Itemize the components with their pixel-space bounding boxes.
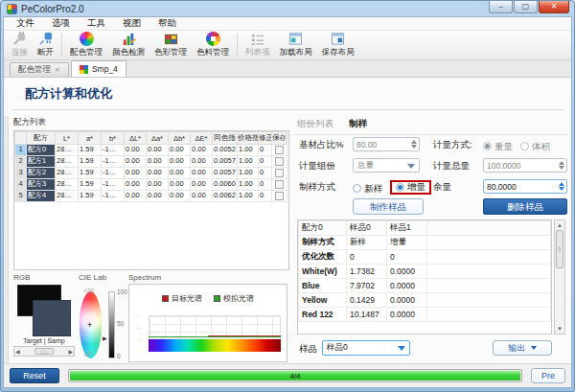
new-sample-option[interactable]: 新样 (353, 178, 382, 196)
col-header[interactable]: b* (102, 132, 125, 145)
scroll-left-icon[interactable]: ◀ (15, 349, 20, 355)
formula-name-cell[interactable]: 配方2 (27, 168, 56, 179)
menu-help[interactable]: 帮助 (150, 17, 185, 30)
col-header[interactable]: a* (79, 132, 102, 145)
tab-make-sample[interactable]: 制样 (349, 118, 367, 130)
table-row[interactable]: Yellow 0.1429 0.0000 (299, 293, 551, 308)
new-sample-radio-label: 新样 (364, 183, 382, 194)
table-row[interactable]: Blue 7.9702 0.0000 (299, 279, 551, 293)
sample-select-dropdown[interactable]: 样品0 (322, 340, 410, 356)
save-checkbox[interactable] (275, 180, 284, 189)
cell (427, 250, 551, 265)
row-number[interactable]: 1 (15, 145, 27, 156)
lightness-bar[interactable] (108, 291, 115, 358)
remainder-spinner[interactable]: 80.0000 (483, 179, 567, 194)
cell: 0.00 (125, 191, 147, 202)
table-row[interactable]: 制样方式 新样 增量 (299, 236, 551, 250)
tab-close-icon[interactable]: ✕ (55, 66, 60, 74)
col-header[interactable]: ΔL* (125, 132, 147, 145)
spectrum-chart: 目标光谱 模拟光谱 ··· ··· ··· (128, 284, 288, 362)
reset-button[interactable]: Reset (10, 368, 59, 383)
minimize-button[interactable]: – (489, 1, 513, 13)
collapsed-splitter[interactable] (4, 116, 9, 363)
base-ratio-label: 基材占比% (299, 139, 343, 151)
col-header[interactable]: 配方 (27, 132, 56, 145)
increment-radio[interactable] (396, 183, 404, 192)
delete-sample-button[interactable]: 删除样品 (483, 198, 567, 215)
vertical-scrollbar[interactable]: ▲ ≡ ▼ (554, 219, 565, 334)
tab-color-match-manage[interactable]: 配色管理 ✕ (10, 62, 69, 77)
progress-fill: 4/4 (70, 371, 520, 380)
spinner-value: 100.0000 (484, 161, 556, 171)
menu-tools[interactable]: 工具 (79, 17, 114, 30)
tab-component-list[interactable]: 组份列表 (297, 118, 334, 130)
rgb-panel: RGB Target | Samp ◀ ∣∣∣ ▶ (13, 273, 75, 361)
table-row[interactable]: 3 配方2 28… 1.59 -1… 0.00 0.00 0.00 0.00 0… (15, 168, 288, 179)
formula-name-cell[interactable]: 配方4 (27, 191, 56, 202)
load-layout-button[interactable]: 加载布局 (275, 31, 317, 59)
cell: 0 (259, 191, 272, 202)
make-sample-button[interactable]: 制作样品 (353, 198, 424, 215)
formula-name-cell[interactable]: 配方1 (27, 156, 56, 168)
scroll-up-icon[interactable]: ▲ (555, 222, 564, 228)
row-number[interactable]: 2 (15, 156, 27, 168)
save-checkbox[interactable] (275, 157, 284, 166)
col-header[interactable]: 保存 (272, 132, 288, 145)
sample-select-row: 样品 样品0 输出 (297, 340, 565, 357)
col-header[interactable]: Δa* (147, 132, 169, 145)
col-header[interactable]: 修正次 (259, 132, 272, 145)
close-button[interactable]: ✕ (539, 1, 569, 13)
scroll-down-icon[interactable]: ▼ (555, 326, 564, 332)
table-row[interactable]: 优化次数 0 0 (299, 250, 551, 265)
spinner-value: 80.0000 (484, 182, 556, 192)
spinner-arrows[interactable] (556, 182, 566, 191)
menu-options[interactable]: 选项 (43, 17, 79, 30)
save-checkbox[interactable] (275, 192, 284, 200)
table-row[interactable]: 5 配方4 28… 1.59 -1… 0.00 0.00 0.00 0.00 0… (15, 191, 288, 202)
cell (427, 236, 551, 250)
scrollbar-thumb[interactable]: ∣∣∣ (34, 348, 54, 355)
save-checkbox[interactable] (275, 146, 284, 154)
colorant-manage-button[interactable]: 色料管理 (192, 31, 234, 59)
legend-target-label: 目标光谱 (172, 294, 202, 303)
col-header[interactable]: 样品1 (387, 221, 427, 236)
new-sample-radio[interactable] (353, 184, 361, 193)
menu-file[interactable]: 文件 (8, 17, 43, 30)
cielab-panel-title: CIE Lab (79, 273, 126, 282)
menu-view[interactable]: 视图 (114, 17, 150, 30)
table-row[interactable]: 4 配方3 28… 1.59 -1… 0.00 0.00 0.00 0.00 0… (15, 179, 288, 191)
formula-name-cell[interactable]: 配方3 (27, 179, 56, 191)
horizontal-scrollbar[interactable]: ◀ ∣∣∣ ▶ (13, 346, 75, 357)
save-checkbox[interactable] (275, 169, 284, 177)
table-row[interactable]: 2 配方1 28… 1.59 -1… 0.00 0.00 0.00 0.00 0… (15, 156, 288, 168)
maximize-button[interactable]: ▢ (514, 1, 538, 13)
tab-smp4[interactable]: Smp_4 (71, 60, 126, 77)
col-header[interactable]: 价格指 (238, 132, 259, 145)
col-header[interactable]: 样品0 (347, 221, 387, 236)
save-layout-button[interactable]: 保存布局 (317, 31, 359, 59)
disconnect-button[interactable]: 断开 (33, 31, 58, 59)
col-header[interactable]: 同色指 (213, 132, 238, 145)
cell: -1… (102, 145, 125, 156)
scroll-right-icon[interactable]: ▶ (68, 349, 73, 355)
row-number[interactable]: 3 (15, 168, 27, 179)
output-button[interactable]: 输出 (493, 340, 552, 356)
scrollbar-thumb[interactable]: ≡ (556, 230, 564, 268)
col-header[interactable]: 配方0 (299, 221, 347, 236)
col-header[interactable]: Δb* (169, 132, 191, 145)
table-row[interactable]: White(W) 1.7382 0.0000 (299, 265, 551, 279)
row-number[interactable]: 4 (15, 179, 27, 191)
table-row[interactable]: 1 配方0 28… 1.59 -1… 0.00 0.00 0.00 0.00 0… (15, 145, 288, 156)
col-header[interactable]: ΔE* (191, 132, 213, 145)
row-label: White(W) (299, 265, 347, 279)
row-number[interactable]: 5 (15, 191, 27, 202)
color-match-manage-button[interactable]: 配色管理 (65, 31, 107, 59)
col-header[interactable]: L* (56, 132, 79, 145)
sample-panel-tabs: 组份列表 制样 (293, 118, 567, 135)
color-manage-button[interactable]: 色彩管理 (150, 31, 192, 59)
pre-button[interactable]: Pre (531, 368, 565, 383)
color-detect-icon (122, 32, 136, 46)
formula-name-cell[interactable]: 配方0 (27, 145, 56, 156)
color-detect-button[interactable]: 颜色检测 (107, 31, 150, 59)
table-row[interactable]: Red 122 10.1487 0.0000 (299, 308, 551, 322)
